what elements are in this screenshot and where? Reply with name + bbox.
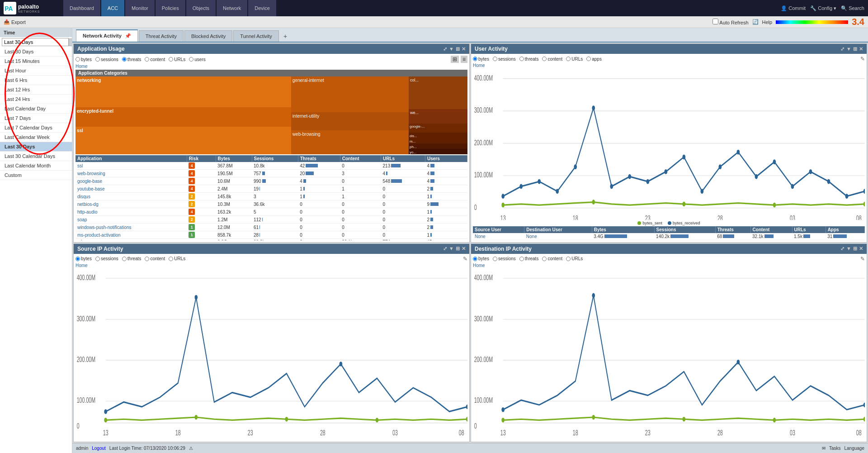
user-grid-icon[interactable]: ⊞ [853,46,857,52]
user-radio-urls[interactable]: URLs [566,57,583,62]
dest-close-icon[interactable]: ✕ [859,246,863,252]
dest-expand-icon[interactable]: ⤢ [840,246,844,252]
app-name-ms-product-activation[interactable]: ms-product-activation [77,233,121,238]
col-content[interactable]: Content [340,155,381,162]
time-range-arrow[interactable]: ▼ [69,38,72,46]
user-breadcrumb[interactable]: Home [473,63,865,68]
add-tab-button[interactable]: + [280,31,291,42]
radio-urls[interactable]: URLs [169,57,185,62]
help-button[interactable]: Help [762,19,773,25]
source-edit-icon[interactable]: ✎ [463,256,467,262]
sidebar-item-lastcalweek[interactable]: Last Calendar Week [0,133,72,142]
dst-user-none[interactable]: None [526,234,537,239]
treemap-inner[interactable]: networking encrypted-tunnel ssl [75,76,467,154]
source-radio-bytes[interactable]: bytes [75,256,92,261]
col-users[interactable]: Users [425,155,467,162]
user-col-apps[interactable]: Apps [826,226,864,233]
col-bytes[interactable]: Bytes [216,155,252,162]
treemap-yo[interactable]: yo... [409,149,467,154]
mail-icon[interactable]: ✉ [822,446,826,451]
treemap-webbrowsing[interactable]: web-browsing [291,130,409,155]
commit-button[interactable]: 👤 Commit [781,5,806,11]
sidebar-item-lasthour[interactable]: Last Hour [0,66,72,76]
sidebar-item-last15min[interactable]: Last 15 Minutes [0,57,72,66]
dest-grid-icon[interactable]: ⊞ [853,246,857,252]
user-radio-bytes[interactable]: bytes [473,57,489,62]
sidebar-item-last7caldays[interactable]: Last 7 Calendar Days [0,123,72,133]
user-col-dst[interactable]: Destination User [524,226,592,233]
treemap-we[interactable]: we... [409,109,467,124]
app-name-google-base[interactable]: google-base [77,179,102,184]
app-usage-breadcrumb[interactable]: Home [75,64,467,69]
radio-content[interactable]: content [145,57,165,62]
app-name-soap[interactable]: soap [77,217,87,222]
dest-radio-content[interactable]: content [542,256,562,261]
search-button[interactable]: 🔍 Search [841,5,864,11]
expand-icon[interactable]: ⤢ [443,46,447,52]
col-sessions[interactable]: Sessions [252,155,298,162]
source-grid-icon[interactable]: ⊞ [456,246,460,252]
treemap-internet-util[interactable]: internet-utility [291,112,409,130]
list-view-btn[interactable]: ≡ [461,56,467,63]
nav-tab-monitor[interactable]: Monitor [125,0,155,16]
user-radio-threats[interactable]: threats [519,57,539,62]
src-user-none[interactable]: None [475,234,486,239]
sidebar-item-last12hrs[interactable]: Last 12 Hrs [0,85,72,95]
nav-tab-acc[interactable]: ACC [101,0,124,16]
dest-radio-threats[interactable]: threats [519,256,539,261]
auto-refresh-checkbox[interactable] [712,19,718,24]
source-close-icon[interactable]: ✕ [462,246,466,252]
user-close-icon[interactable]: ✕ [859,46,863,52]
nav-tab-objects[interactable]: Objects [186,0,216,16]
user-radio-sessions[interactable]: sessions [493,57,516,62]
language-label[interactable]: Language [844,446,865,451]
treemap-dis[interactable]: dis... [409,133,467,138]
app-name-ssl[interactable]: ssl [77,163,83,168]
dest-radio-bytes[interactable]: bytes [473,256,489,261]
radio-threats[interactable]: threats [122,57,142,62]
radio-bytes[interactable]: bytes [75,57,92,62]
col-threats[interactable]: Threats [298,155,340,162]
sidebar-item-last30days-1[interactable]: Last 30 Days [0,47,72,57]
treemap-ssl[interactable]: ssl [75,127,291,155]
source-radio-urls[interactable]: URLs [169,256,185,261]
dest-breadcrumb[interactable]: Home [473,263,865,268]
tab-threat-activity[interactable]: Threat Activity [139,30,184,42]
user-col-content[interactable]: Content [750,226,792,233]
source-radio-content[interactable]: content [145,256,165,261]
filter-icon[interactable]: ▼ [449,46,454,52]
col-urls[interactable]: URLs [381,155,425,162]
config-button[interactable]: 🔧 Config ▾ [810,5,836,11]
sidebar-item-last30caldays[interactable]: Last 30 Calendar Days [0,152,72,161]
radio-users[interactable]: users [189,57,205,62]
sidebar-item-custom[interactable]: Custom [0,171,72,180]
nav-tab-policies[interactable]: Policies [156,0,185,16]
grid-icon[interactable]: ⊞ [456,46,460,52]
auto-refresh-label[interactable]: Auto Refresh [712,19,749,25]
app-name-netbios-dg[interactable]: netbios-dg [77,202,99,207]
treemap-ph[interactable]: ph... [409,143,467,149]
export-button[interactable]: 📤 Export [4,19,26,25]
user-col-src[interactable]: Source User [473,226,524,233]
app-name-youtube-base[interactable]: youtube-base [77,186,105,191]
col-risk[interactable]: Risk [187,155,216,162]
tab-network-activity[interactable]: Network Activity 📌 [76,29,138,42]
sidebar-item-lastcalday[interactable]: Last Calendar Day [0,104,72,114]
tab-tunnel-activity[interactable]: Tunnel Activity [233,30,279,42]
source-expand-icon[interactable]: ⤢ [443,246,447,252]
user-col-threats[interactable]: Threats [715,226,750,233]
user-radio-content[interactable]: content [542,57,562,62]
source-filter-icon[interactable]: ▼ [449,246,454,252]
app-name-http-audio[interactable]: http-audio [77,210,97,215]
treemap-col3a[interactable]: col... [409,76,467,109]
user-filter-icon[interactable]: ▼ [846,46,851,52]
source-radio-threats[interactable]: threats [122,256,142,261]
app-name-windows-push-notifications[interactable]: windows-push-notifications [77,225,132,230]
dest-radio-urls[interactable]: URLs [566,256,583,261]
sidebar-item-last7days[interactable]: Last 7 Days [0,114,72,123]
app-name-web-browsing[interactable]: web-browsing [77,171,105,176]
dest-filter-icon[interactable]: ▼ [846,246,851,252]
app-table-scroll[interactable]: Application Risk Bytes Sessions Threats … [75,155,467,240]
treemap-view-btn[interactable]: ⊞ [451,56,459,63]
user-expand-icon[interactable]: ⤢ [840,46,844,52]
